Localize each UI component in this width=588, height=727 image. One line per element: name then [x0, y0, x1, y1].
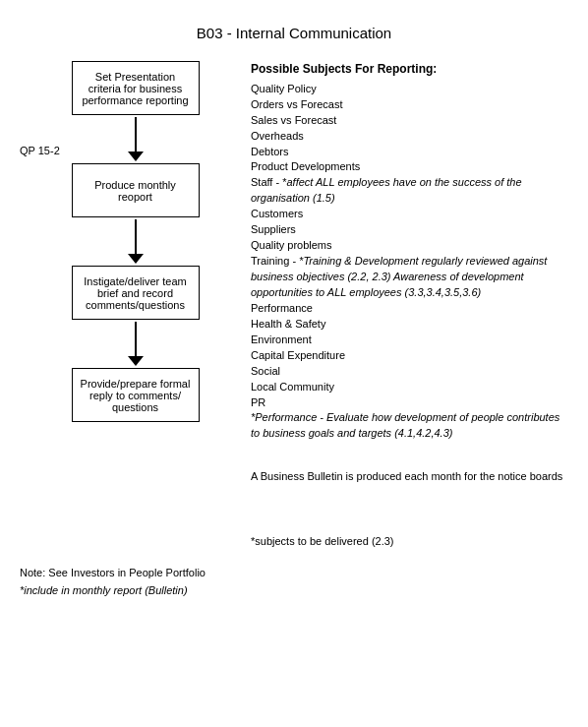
- subjects-title: Possible Subjects For Reporting:: [251, 61, 568, 78]
- flow-box-4-text: Provide/prepare formal reply to comments…: [81, 378, 191, 413]
- subject-customers: Customers: [251, 207, 568, 222]
- subject-sales-forecast: Sales vs Forecast: [251, 113, 568, 129]
- flow-container: Set Presentation criteria for business p…: [49, 61, 221, 422]
- arrow-2: [128, 219, 144, 264]
- spacer-1: [251, 442, 568, 469]
- subject-orders-forecast: Orders vs Forecast: [251, 97, 568, 113]
- subject-performance-note: *Performance - Evaluate how development …: [251, 410, 568, 442]
- flow-box-2-text: Produce monthly reoport: [81, 179, 191, 203]
- right-annotations: Possible Subjects For Reporting: Quality…: [251, 61, 568, 549]
- footer-note: Note: See Investors in People Portfolio: [20, 567, 568, 578]
- arrow-1: [128, 117, 144, 161]
- subject-local-community: Local Community: [251, 380, 568, 395]
- page-title: B03 - Internal Communication: [20, 25, 568, 41]
- right-column: Possible Subjects For Reporting: Quality…: [236, 61, 568, 549]
- arrow-line-3: [135, 322, 137, 356]
- flow-box-3-text: Instigate/deliver team brief and record …: [81, 275, 191, 311]
- footer-section: Note: See Investors in People Portfolio …: [20, 567, 568, 596]
- arrow-line-2: [135, 219, 137, 254]
- subject-suppliers: Suppliers: [251, 222, 568, 238]
- subjects-block: Possible Subjects For Reporting: Quality…: [251, 61, 568, 442]
- subject-product-dev: Product Developments: [251, 159, 568, 175]
- flow-box-4: Provide/prepare formal reply to comments…: [72, 368, 200, 422]
- side-note-box3-text: A Business Bulletin is produced each mon…: [251, 469, 568, 484]
- arrow-down-3: [128, 356, 144, 366]
- subjects-list: Quality Policy Orders vs Forecast Sales …: [251, 82, 568, 443]
- left-column: QP 15-2 Set Presentation criteria for bu…: [20, 61, 236, 549]
- footer-italic-text: *include in monthly report (Bulletin): [20, 584, 188, 596]
- flow-box-3: Instigate/deliver team brief and record …: [72, 266, 200, 320]
- qp-label: QP 15-2: [20, 145, 60, 156]
- flow-box-2: Produce monthly reoport: [72, 163, 200, 217]
- subject-pr: PR: [251, 395, 568, 411]
- arrow-down-2: [128, 254, 144, 264]
- subject-social: Social: [251, 364, 568, 380]
- side-note-box3: A Business Bulletin is produced each mon…: [251, 469, 568, 484]
- subject-training: Training - *Training & Development regul…: [251, 254, 568, 301]
- spacer-2: [251, 485, 568, 534]
- subject-overheads: Overheads: [251, 129, 568, 145]
- arrow-line-1: [135, 117, 137, 151]
- page: B03 - Internal Communication QP 15-2 Set…: [0, 0, 588, 727]
- subject-quality-problems: Quality problems: [251, 238, 568, 254]
- arrow-3: [128, 322, 144, 366]
- subject-debtors: Debtors: [251, 145, 568, 160]
- subject-capital-exp: Capital Expenditure: [251, 348, 568, 364]
- flow-box-1-text: Set Presentation criteria for business p…: [81, 71, 191, 106]
- subject-staff: Staff - *affect ALL employees have on th…: [251, 175, 568, 207]
- subject-health-safety: Health & Safety: [251, 317, 568, 333]
- main-content: QP 15-2 Set Presentation criteria for bu…: [20, 61, 568, 549]
- subject-performance: Performance: [251, 301, 568, 317]
- arrow-down-1: [128, 151, 144, 161]
- footer-italic: *include in monthly report (Bulletin): [20, 584, 568, 596]
- subject-environment: Environment: [251, 333, 568, 348]
- flow-box-1: Set Presentation criteria for business p…: [72, 61, 200, 115]
- subject-quality-policy: Quality Policy: [251, 82, 568, 97]
- side-note-below-box3: *subjects to be delivered (2.3): [251, 534, 568, 549]
- side-note-below-text: *subjects to be delivered (2.3): [251, 534, 568, 549]
